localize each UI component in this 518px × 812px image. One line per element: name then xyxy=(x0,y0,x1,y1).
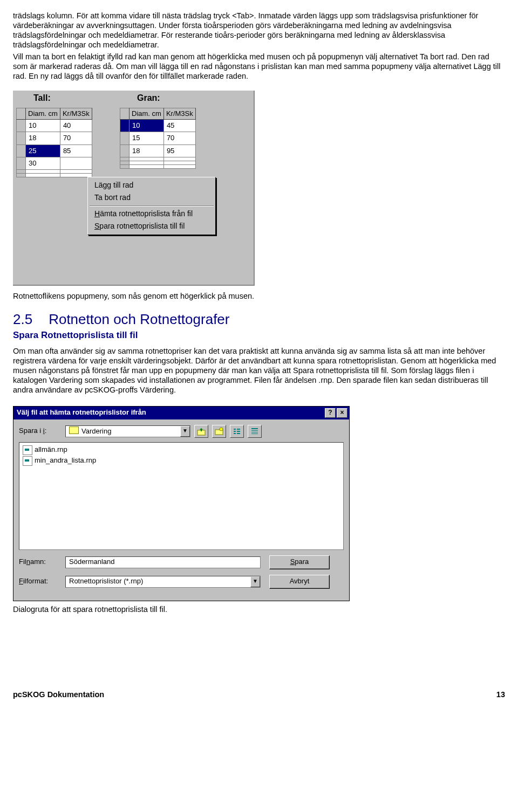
svg-rect-5 xyxy=(234,433,236,434)
page-footer: pcSKOG Dokumentation 13 xyxy=(13,690,505,699)
cell[interactable]: 70 xyxy=(163,132,195,144)
menu-save-to-file[interactable]: Spara rotnettoprislista till fil xyxy=(89,220,214,233)
list-view-button[interactable] xyxy=(230,425,244,438)
cell[interactable] xyxy=(163,164,195,168)
rotnetto-tables-screenshot: Tall: Gran: Diam. cm Kr/M3Sk 1040 1870 2… xyxy=(13,91,255,286)
cell[interactable] xyxy=(60,170,92,174)
cell[interactable] xyxy=(130,157,164,161)
cell[interactable] xyxy=(130,161,164,164)
cell[interactable]: 30 xyxy=(26,157,60,169)
chevron-down-icon[interactable]: ▼ xyxy=(250,576,260,587)
new-folder-button[interactable] xyxy=(212,425,226,438)
cell[interactable]: 15 xyxy=(130,132,164,144)
folder-icon xyxy=(69,426,79,434)
cell[interactable] xyxy=(163,161,195,164)
svg-point-2 xyxy=(220,428,223,431)
tall-table[interactable]: Diam. cm Kr/M3Sk 1040 1870 2585 30 xyxy=(16,108,92,177)
help-button[interactable]: ? xyxy=(325,408,336,418)
dialog-titlebar: Välj fil att hämta rotnettoprislistor if… xyxy=(13,407,349,419)
cell[interactable] xyxy=(26,174,60,177)
close-button[interactable]: × xyxy=(337,408,347,418)
col-price: Kr/M3Sk xyxy=(163,108,195,119)
file-item[interactable]: allmän.rnp xyxy=(23,445,340,456)
file-icon xyxy=(23,445,32,455)
cell[interactable]: 40 xyxy=(60,120,92,132)
body-paragraph: Om man ofta använder sig av samma rotnet… xyxy=(13,346,505,395)
save-in-combo[interactable]: Vardering ▼ xyxy=(65,425,190,437)
file-icon xyxy=(23,456,32,466)
cell-selected[interactable]: 25 xyxy=(26,144,60,157)
col-price: Kr/M3Sk xyxy=(60,108,92,119)
tall-label: Tall: xyxy=(33,93,51,104)
col-diam: Diam. cm xyxy=(130,108,164,119)
footer-left: pcSKOG Dokumentation xyxy=(13,690,104,699)
dialog-title: Välj fil att hämta rotnettoprislistor if… xyxy=(17,408,146,417)
cell-selected[interactable]: 10 xyxy=(130,120,164,132)
gran-label: Gran: xyxy=(137,93,160,104)
section-heading: 2.5Rotnetton och Rotnettografer xyxy=(13,311,505,328)
svg-rect-9 xyxy=(251,428,258,429)
cell[interactable]: 18 xyxy=(26,132,60,144)
cell[interactable] xyxy=(60,157,92,169)
cancel-button[interactable]: Avbryt xyxy=(269,575,330,589)
cell[interactable] xyxy=(130,164,164,168)
save-button[interactable]: Spara xyxy=(269,555,330,569)
footer-page-number: 13 xyxy=(496,690,505,699)
chevron-down-icon[interactable]: ▼ xyxy=(180,426,190,437)
col-diam: Diam. cm xyxy=(26,108,60,119)
cell[interactable]: 45 xyxy=(163,120,195,132)
svg-rect-10 xyxy=(251,430,258,431)
svg-rect-11 xyxy=(251,432,258,432)
svg-rect-4 xyxy=(234,431,236,432)
svg-rect-6 xyxy=(237,429,240,430)
filename-label: Filnamn: xyxy=(19,558,65,566)
screenshot1-caption: Rotnettoflikens popupmeny, som nås genom… xyxy=(13,291,505,301)
svg-rect-12 xyxy=(251,433,258,434)
sub-heading: Spara Rotnettoprislista till fil xyxy=(13,329,505,341)
file-item[interactable]: min_andra_lista.rnp xyxy=(23,456,340,466)
fileformat-combo[interactable]: Rotnettoprislistor (*.rnp) ▼ xyxy=(65,576,261,588)
menu-add-row[interactable]: Lägg till rad xyxy=(89,179,214,192)
svg-rect-7 xyxy=(237,431,240,432)
cell[interactable] xyxy=(163,157,195,161)
save-dialog: Välj fil att hämta rotnettoprislistor if… xyxy=(13,406,350,601)
cell[interactable]: 95 xyxy=(163,144,195,157)
fileformat-label: Filformat: xyxy=(19,577,65,586)
cell[interactable]: 85 xyxy=(60,144,92,157)
up-one-level-button[interactable] xyxy=(194,425,208,438)
intro-paragraph-2: Vill man ta bort en felaktigt ifylld rad… xyxy=(13,52,505,81)
screenshot2-caption: Dialogruta för att spara rotnettoprislis… xyxy=(13,604,505,614)
svg-rect-3 xyxy=(234,429,236,430)
details-view-button[interactable] xyxy=(248,425,262,438)
cell[interactable]: 70 xyxy=(60,132,92,144)
menu-load-from-file[interactable]: Hämta rotnettoprislista från fil xyxy=(89,208,214,221)
file-list-pane[interactable]: allmän.rnp min_andra_lista.rnp xyxy=(19,442,344,550)
gran-table[interactable]: Diam. cm Kr/M3Sk 1045 1570 1895 xyxy=(120,108,196,169)
cell[interactable] xyxy=(26,170,60,174)
save-in-label: Spara i i: xyxy=(19,426,65,435)
svg-rect-8 xyxy=(237,433,240,434)
filename-input[interactable]: Södermanland xyxy=(65,556,261,568)
cell[interactable]: 10 xyxy=(26,120,60,132)
cell[interactable]: 18 xyxy=(130,144,164,157)
context-popup: Lägg till rad Ta bort rad Hämta rotnetto… xyxy=(87,177,216,235)
intro-paragraph-1: trädslags kolumn. För att komma vidare t… xyxy=(13,11,505,50)
menu-delete-row[interactable]: Ta bort rad xyxy=(89,191,214,204)
